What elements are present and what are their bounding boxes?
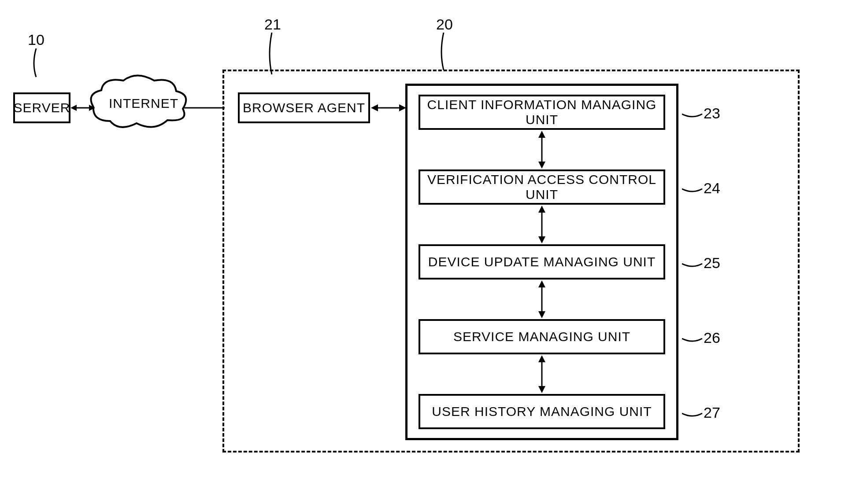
browser-agent-box: BROWSER AGENT: [238, 92, 370, 123]
browser-agent-text: BROWSER AGENT: [243, 100, 365, 115]
label-21: 21: [264, 16, 281, 33]
diagram-canvas: 10 21 20 SERVER INTERNET BROWSER AGENT: [0, 0, 852, 504]
unit-23-text: CLIENT INFORMATION MANAGING UNIT: [420, 97, 663, 127]
leader-25: [682, 258, 703, 270]
svg-marker-5: [371, 104, 378, 111]
label-25: 25: [704, 254, 720, 272]
arrow-26-27: [537, 355, 547, 393]
svg-marker-1: [70, 105, 77, 111]
unit-25-text: DEVICE UPDATE MANAGING UNIT: [428, 254, 656, 269]
leader-23: [682, 108, 703, 120]
label-27: 27: [704, 404, 720, 421]
svg-marker-2: [89, 105, 95, 111]
arrow-browser-units: [371, 103, 406, 113]
unit-23-box: CLIENT INFORMATION MANAGING UNIT: [419, 95, 665, 130]
arrow-23-24: [537, 131, 547, 169]
svg-marker-12: [538, 236, 545, 243]
server-box: SERVER: [13, 92, 70, 123]
unit-27-box: USER HISTORY MANAGING UNIT: [419, 394, 665, 429]
label-10: 10: [28, 31, 44, 48]
internet-text: INTERNET: [109, 96, 178, 111]
leader-20: [438, 33, 452, 72]
svg-marker-9: [538, 162, 545, 169]
label-24: 24: [704, 180, 720, 197]
unit-26-text: SERVICE MANAGING UNIT: [453, 329, 630, 344]
unit-25-box: DEVICE UPDATE MANAGING UNIT: [419, 244, 665, 280]
arrow-24-25: [537, 206, 547, 243]
label-20: 20: [436, 16, 453, 33]
arrow-server-internet: [70, 103, 95, 113]
unit-27-text: USER HISTORY MANAGING UNIT: [432, 404, 652, 419]
unit-24-box: VERIFICATION ACCESS CONTROL UNIT: [419, 169, 665, 205]
unit-24-text: VERIFICATION ACCESS CONTROL UNIT: [420, 172, 663, 202]
svg-marker-14: [538, 280, 545, 287]
arrow-25-26: [537, 280, 547, 318]
svg-marker-11: [538, 206, 545, 213]
leader-10: [31, 48, 44, 79]
svg-marker-8: [538, 131, 545, 138]
svg-marker-17: [538, 355, 545, 362]
svg-marker-18: [538, 386, 545, 393]
unit-26-box: SERVICE MANAGING UNIT: [419, 319, 665, 354]
leader-26: [682, 332, 703, 345]
leader-24: [682, 183, 703, 195]
line-internet-outer: [183, 103, 225, 113]
leader-27: [682, 407, 703, 419]
label-26: 26: [704, 329, 720, 346]
svg-marker-15: [538, 311, 545, 318]
label-23: 23: [704, 105, 720, 122]
server-text: SERVER: [14, 100, 70, 115]
